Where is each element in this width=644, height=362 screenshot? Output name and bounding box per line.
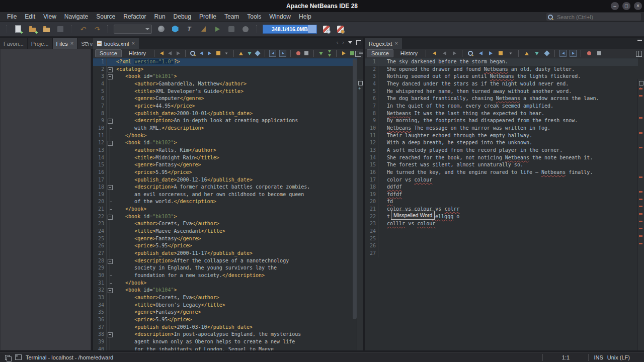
code-line[interactable]: 1<?xml version="1.0"?>: [93, 58, 357, 66]
code-line[interactable]: 20 of the world.</description>: [93, 198, 357, 206]
save-all-button[interactable]: [55, 24, 65, 35]
fold-margin[interactable]: [107, 88, 114, 96]
code-line[interactable]: 19 an evil sorceress, and her own childh…: [93, 191, 357, 199]
error-stripe-mark[interactable]: [639, 206, 642, 207]
tab-books-xml[interactable]: books.xml ×: [93, 38, 139, 49]
fold-margin[interactable]: [107, 235, 114, 243]
fold-margin[interactable]: [107, 250, 114, 257]
fold-margin[interactable]: [107, 316, 114, 324]
code-line[interactable]: 26 <price>5.95</price>: [93, 242, 357, 250]
code-line[interactable]: 24: [365, 228, 638, 235]
dropdown-caret-icon[interactable]: [224, 50, 229, 57]
profile-project-button[interactable]: [240, 24, 251, 35]
left-error-stripe[interactable]: +: [357, 79, 363, 350]
code-line[interactable]: 8Netbeans It was the last thing she expe…: [365, 110, 638, 118]
previous-bookmark-icon[interactable]: [238, 50, 244, 57]
code-line[interactable]: 2She opened the drawer and found Netbean…: [365, 66, 638, 73]
terminal-icon[interactable]: [15, 354, 22, 360]
code-line[interactable]: 30 foundation for a new society.</descri…: [93, 272, 357, 280]
code-line[interactable]: 37 <publish_date>2001-03-10</publish_dat…: [93, 324, 357, 331]
fold-margin[interactable]: [107, 346, 114, 350]
code-line[interactable]: 35 <genre>Fantasy</genre>: [93, 309, 357, 316]
document-list-icon[interactable]: [348, 41, 352, 44]
right-editor-code[interactable]: 1The sky darkened before the storm began…: [365, 58, 638, 350]
history-view-button[interactable]: History: [396, 50, 422, 57]
back-icon[interactable]: [168, 50, 173, 57]
menu-navigate[interactable]: Navigate: [60, 12, 92, 22]
left-editor-code[interactable]: 1<?xml version="1.0"?>2<catalog>3 <book …: [93, 58, 357, 350]
code-line[interactable]: 23 <author>Corets, Eva</author>: [93, 220, 357, 228]
code-line[interactable]: 33 <author>Corets, Eva</author>: [93, 294, 357, 302]
fold-margin[interactable]: [107, 228, 114, 235]
windows-icon[interactable]: [5, 355, 10, 360]
run-project-button[interactable]: [212, 24, 222, 35]
code-line[interactable]: 20fd: [365, 198, 638, 206]
dropdown-caret-icon[interactable]: [507, 50, 514, 57]
code-line[interactable]: 9By morning, the footprints had disappea…: [365, 117, 638, 125]
new-file-button[interactable]: [13, 24, 23, 35]
history-view-button[interactable]: History: [125, 50, 150, 57]
fold-margin[interactable]: [107, 73, 114, 80]
last-edit-location-icon[interactable]: [431, 50, 438, 57]
code-line[interactable]: 14 <title>Midnight Rain</title>: [93, 154, 357, 162]
collapse-fold-icon[interactable]: [318, 50, 324, 57]
code-line[interactable]: 34 <title>Oberon's Legacy</title>: [93, 302, 357, 309]
code-line[interactable]: 13 <author>Ralls, Kim</author>: [93, 147, 357, 154]
fold-margin[interactable]: [107, 110, 114, 118]
scroll-tabs-left-icon[interactable]: ‹: [337, 40, 339, 45]
stop-macro-recording-icon[interactable]: [596, 50, 603, 57]
left-editor-content[interactable]: 1<?xml version="1.0"?>2<catalog>3 <book …: [93, 58, 363, 350]
menu-debug[interactable]: Debug: [170, 12, 195, 22]
menu-profile[interactable]: Profile: [195, 12, 220, 22]
title-bar[interactable]: Apache NetBeans IDE 28 – □ ×: [0, 0, 644, 12]
code-line[interactable]: 7 <price>44.95</price>: [93, 103, 357, 110]
new-project-button[interactable]: [27, 24, 37, 35]
code-line[interactable]: 6 <genre>Computer</genre>: [93, 95, 357, 103]
fold-margin[interactable]: [107, 132, 114, 140]
error-stripe-mark[interactable]: [639, 213, 642, 215]
code-line[interactable]: 27 <publish_date>2000-11-17</publish_dat…: [93, 250, 357, 257]
fold-margin[interactable]: [107, 80, 114, 88]
find-previous-icon[interactable]: [199, 50, 204, 57]
code-line[interactable]: 2<catalog>: [93, 66, 357, 73]
shift-right-icon[interactable]: [279, 50, 286, 57]
code-line[interactable]: 25 <genre>Fantasy</genre>: [93, 235, 357, 243]
fold-margin[interactable]: [107, 309, 114, 316]
minimize-panel-icon[interactable]: [84, 42, 88, 43]
stop-macro-recording-icon[interactable]: [304, 50, 309, 57]
start-macro-recording-icon[interactable]: [586, 50, 593, 57]
code-line[interactable]: 27: [365, 250, 638, 257]
build-project-button[interactable]: T: [184, 24, 194, 35]
code-line[interactable]: 22 <book id="bk103">: [93, 213, 357, 221]
code-line[interactable]: 17color vs colour: [365, 176, 638, 184]
menu-source[interactable]: Source: [92, 12, 119, 22]
panel-tab-proje[interactable]: Proje...: [28, 38, 53, 49]
code-line[interactable]: 38 <description>In post-apocalypse Engla…: [93, 331, 357, 338]
code-line[interactable]: 12 <book id="bk102">: [93, 139, 357, 147]
split-document-icon[interactable]: [355, 51, 361, 57]
undo-button[interactable]: ↶: [77, 24, 88, 35]
fold-margin[interactable]: [107, 95, 114, 103]
error-stripe-mark[interactable]: [639, 147, 642, 148]
menu-refactor[interactable]: Refactor: [119, 12, 150, 22]
toggle-bookmark-icon[interactable]: [255, 50, 261, 57]
split-document-icon[interactable]: [636, 51, 642, 57]
code-line[interactable]: 29 society in England, the young survivo…: [93, 264, 357, 272]
code-line[interactable]: 13A soft melody played from the record p…: [365, 147, 638, 154]
menu-edit[interactable]: Edit: [21, 12, 39, 22]
shift-right-icon[interactable]: [570, 50, 577, 57]
fold-margin[interactable]: [107, 294, 114, 302]
fold-margin[interactable]: [107, 139, 114, 147]
code-line[interactable]: 32 <book id="bk104">: [93, 287, 357, 294]
minimize-group-icon[interactable]: [637, 40, 642, 41]
code-line[interactable]: 36 <price>5.95</price>: [93, 316, 357, 324]
error-stripe-mark[interactable]: [639, 199, 642, 200]
code-line[interactable]: 7In the quiet of the room, every creak s…: [365, 103, 638, 110]
shift-left-icon[interactable]: [269, 50, 276, 57]
menu-tools[interactable]: Tools: [243, 12, 265, 22]
fold-margin[interactable]: [107, 191, 114, 199]
code-line[interactable]: 4 <author>Gambardella, Matthew</author>: [93, 80, 357, 88]
search-input[interactable]: [556, 14, 633, 21]
error-stripe-mark[interactable]: [639, 235, 642, 237]
fold-margin[interactable]: [107, 176, 114, 184]
